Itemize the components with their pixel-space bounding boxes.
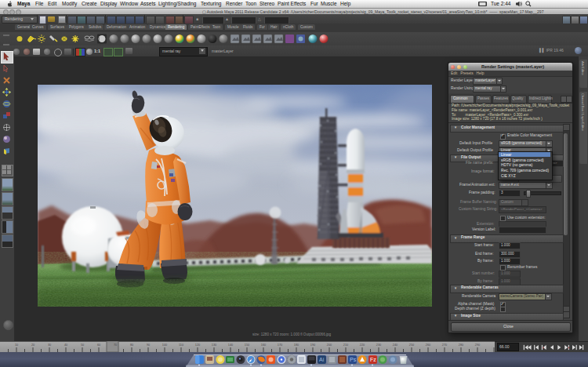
svg-text:220: 220 <box>360 343 365 347</box>
svg-text:150: 150 <box>245 343 249 347</box>
svg-text:240: 240 <box>393 343 397 347</box>
svg-text:130: 130 <box>212 343 216 347</box>
svg-text:100: 100 <box>162 343 167 347</box>
svg-text:10: 10 <box>15 343 18 347</box>
svg-text:30: 30 <box>48 343 51 347</box>
svg-text:Ps: Ps <box>350 357 357 362</box>
svg-text:120: 120 <box>195 343 200 347</box>
svg-text:190: 190 <box>310 343 315 347</box>
svg-text:280: 280 <box>459 343 463 347</box>
svg-text:60: 60 <box>97 343 100 347</box>
svg-text:70: 70 <box>114 343 117 347</box>
svg-text:210: 210 <box>343 343 348 347</box>
svg-text:50: 50 <box>81 343 84 347</box>
svg-text:170: 170 <box>278 343 282 347</box>
svg-text:80: 80 <box>130 343 133 347</box>
svg-text:20: 20 <box>31 343 34 347</box>
svg-text:Fz: Fz <box>370 357 376 362</box>
svg-text:160: 160 <box>261 343 266 347</box>
svg-text:230: 230 <box>376 343 381 347</box>
svg-text:270: 270 <box>442 343 447 347</box>
svg-text:140: 140 <box>228 343 233 347</box>
svg-text:250: 250 <box>409 343 414 347</box>
svg-text:290: 290 <box>475 343 480 347</box>
svg-text:200: 200 <box>327 343 332 347</box>
svg-text:90: 90 <box>147 343 150 347</box>
svg-text:Ai: Ai <box>319 357 325 362</box>
svg-text:40: 40 <box>64 343 67 347</box>
svg-text:180: 180 <box>294 343 299 347</box>
svg-text:260: 260 <box>426 343 430 347</box>
svg-text:110: 110 <box>179 343 183 347</box>
